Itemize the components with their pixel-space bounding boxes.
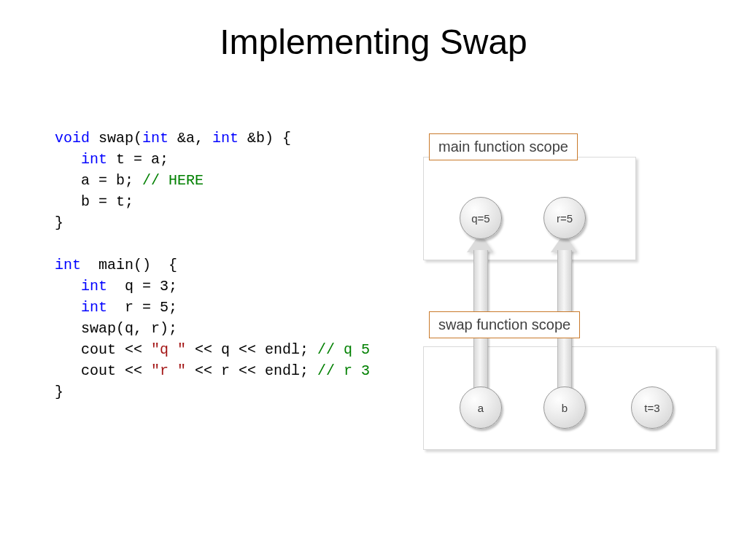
comment: // q 5 xyxy=(317,341,370,358)
node-r: r=5 xyxy=(543,197,586,239)
code-block: void swap(int &a, int &b) { int t = a; a… xyxy=(55,128,370,402)
code-text: b = t; xyxy=(55,193,133,210)
kw-int: int xyxy=(81,299,107,316)
comment: // r 3 xyxy=(317,362,370,379)
code-text: &a, xyxy=(169,130,212,147)
code-text: cout << xyxy=(55,362,151,379)
code-text: r = 5; xyxy=(107,299,177,316)
main-scope-box xyxy=(423,157,636,260)
slide-title: Implementing Swap xyxy=(0,22,747,62)
comment: // HERE xyxy=(142,172,204,189)
kw-int: int xyxy=(142,130,169,147)
scope-diagram: main function scope q=5 r=5 swap functio… xyxy=(409,128,715,463)
code-text: swap( xyxy=(90,130,142,147)
kw-int: int xyxy=(212,130,239,147)
code-text: cout << xyxy=(55,341,151,358)
main-scope-label: main function scope xyxy=(429,133,578,160)
kw-int: int xyxy=(81,278,107,295)
kw-int: int xyxy=(55,257,81,273)
node-t: t=3 xyxy=(631,386,673,429)
string-literal: "q " xyxy=(151,341,186,358)
swap-scope-label: swap function scope xyxy=(429,311,580,338)
kw-int: int xyxy=(81,151,107,168)
code-text: a = b; xyxy=(55,172,142,189)
code-text: &b) { xyxy=(239,130,291,147)
code-text: << q << endl; xyxy=(186,341,317,358)
node-b: b xyxy=(543,386,586,429)
node-a: a xyxy=(460,386,502,429)
code-text: t = a; xyxy=(107,151,169,168)
node-q: q=5 xyxy=(460,197,502,239)
kw-void: void xyxy=(55,130,90,147)
code-text: swap(q, r); xyxy=(55,320,177,337)
string-literal: "r " xyxy=(151,362,186,379)
code-text: main() { xyxy=(81,257,177,273)
code-text: << r << endl; xyxy=(186,362,317,379)
code-text: } xyxy=(55,214,63,231)
code-text: } xyxy=(55,384,63,400)
code-text: q = 3; xyxy=(107,278,177,295)
